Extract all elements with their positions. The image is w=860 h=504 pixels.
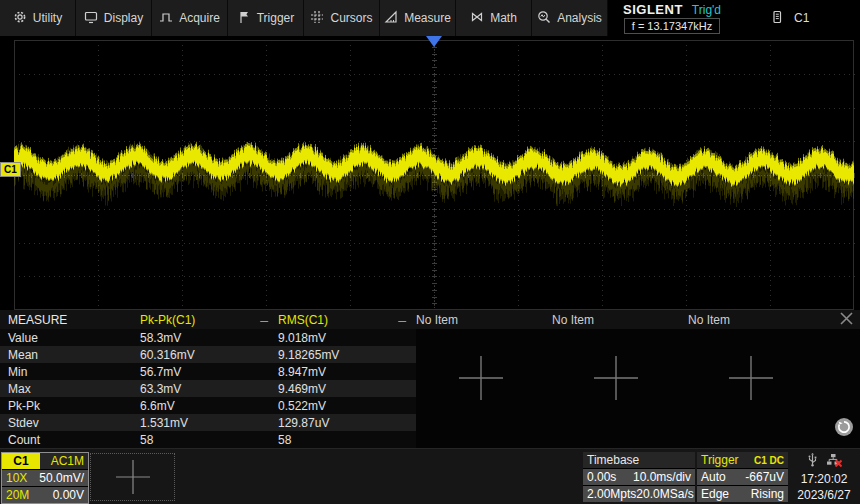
- sample-rate-value: 20.0MSa/s: [636, 487, 693, 501]
- add-channel-button[interactable]: [90, 453, 175, 501]
- menu-item-label: Measure: [404, 11, 451, 25]
- trigger-title: Trigger: [701, 453, 739, 467]
- menu-item-label: Trigger: [257, 11, 295, 25]
- timebase-descriptor-box[interactable]: Timebase 0.00s 10.0ms/div 2.00Mpts 20.0M…: [583, 452, 695, 502]
- measure-icon: [384, 10, 398, 27]
- stat-value: 60.316mV: [140, 348, 278, 362]
- trigger-descriptor-box[interactable]: Trigger C1 DC Auto -667uV Edge Rising: [697, 452, 788, 502]
- active-channel-label: C1: [794, 11, 809, 25]
- menu-item-utility[interactable]: Utility: [0, 0, 76, 36]
- channel1-descriptor-box[interactable]: C1 AC1M 10X 50.0mV/ 20M 0.00V: [1, 452, 89, 504]
- menu-item-label: Analysis: [557, 11, 602, 25]
- bandwidth-limit-value: 20M: [6, 488, 29, 502]
- top-menu-bar: Utility Display Acquire Trigger Cursors …: [0, 0, 860, 36]
- table-row: Value58.3mV9.018mV: [0, 329, 860, 346]
- close-icon: [839, 311, 854, 329]
- measure-header-row: MEASURE Pk-Pk(C1) – RMS(C1) – No Item No…: [0, 310, 860, 329]
- stat-value: 58.3mV: [140, 331, 278, 345]
- table-row: Stdev1.531mV129.87uV: [0, 414, 860, 431]
- siglent-logo: SIGLENT: [623, 2, 683, 17]
- lan-disconnected-icon[interactable]: [826, 453, 842, 470]
- acquire-icon: [159, 10, 173, 27]
- clock-time: 17:20:02: [801, 472, 848, 486]
- close-measure-panel-button[interactable]: [832, 311, 860, 329]
- measure-column-pkpk: Pk-Pk(C1) –: [140, 313, 278, 327]
- add-measure-button[interactable]: [726, 353, 776, 407]
- stat-value: 9.18265mV: [278, 348, 416, 362]
- plus-icon: [726, 353, 776, 403]
- trigger-frequency-readout: f = 13.17347kHz: [624, 18, 720, 34]
- plus-icon: [591, 353, 641, 403]
- bottom-status-bar: C1 AC1M 10X 50.0mV/ 20M 0.00V Timebase 0…: [0, 448, 860, 504]
- brand-block: SIGLENT Trig'd f = 13.17347kHz: [608, 0, 736, 36]
- refresh-icon: [834, 417, 854, 437]
- clock-date: 2023/6/27: [797, 488, 850, 502]
- timebase-title: Timebase: [587, 453, 639, 467]
- menu-item-label: Utility: [33, 11, 62, 25]
- stat-label: Max: [0, 382, 140, 396]
- measure-empty-slot-label[interactable]: No Item: [688, 313, 824, 327]
- stat-value: 58: [140, 433, 278, 447]
- trigger-mode-value: Auto: [701, 470, 726, 484]
- stat-label: Stdev: [0, 416, 140, 430]
- menu-item-acquire[interactable]: Acquire: [152, 0, 228, 36]
- menu-item-label: Math: [490, 11, 517, 25]
- measure-column-rms: RMS(C1) –: [278, 313, 416, 327]
- trigger-slope-value: Rising: [751, 487, 784, 501]
- active-channel-indicator[interactable]: C1: [770, 0, 809, 36]
- timebase-delay-value: 0.00s: [587, 470, 616, 484]
- menu-item-math[interactable]: Math: [456, 0, 532, 36]
- plus-icon: [456, 353, 506, 403]
- menu-item-label: Acquire: [179, 11, 220, 25]
- cursors-icon: [310, 10, 324, 27]
- table-row: Count5858: [0, 431, 860, 448]
- channel-coupling-value: AC1M: [40, 453, 88, 469]
- measure-column-label: Pk-Pk(C1): [140, 313, 195, 327]
- memory-depth-value: 2.00Mpts: [587, 487, 636, 501]
- system-status-area: 17:20:02 2023/6/27: [790, 452, 858, 502]
- channel-trace-marker[interactable]: C1: [0, 162, 21, 177]
- trigger-status-badge: Trig'd: [692, 3, 721, 17]
- stat-value: 56.7mV: [140, 365, 278, 379]
- add-measure-button[interactable]: [456, 353, 506, 407]
- stat-value: 63.3mV: [140, 382, 278, 396]
- stat-label: Pk-Pk: [0, 399, 140, 413]
- stat-value: 129.87uV: [278, 416, 416, 430]
- measure-empty-slot-label[interactable]: No Item: [416, 313, 552, 327]
- timebase-scale-value: 10.0ms/div: [633, 470, 691, 484]
- trigger-flag-icon: [237, 10, 251, 27]
- trigger-type-value: Edge: [701, 487, 729, 501]
- math-icon: [470, 10, 484, 27]
- gear-icon: [13, 10, 27, 27]
- measure-empty-slot-label[interactable]: No Item: [552, 313, 688, 327]
- menu-item-measure[interactable]: Measure: [380, 0, 456, 36]
- waveform-display[interactable]: C1: [0, 36, 860, 310]
- measure-panel: MEASURE Pk-Pk(C1) – RMS(C1) – No Item No…: [0, 310, 860, 448]
- plus-icon: [113, 457, 153, 497]
- usb-icon[interactable]: [806, 453, 819, 470]
- stat-label: Value: [0, 331, 140, 345]
- remove-measure-icon[interactable]: –: [260, 315, 268, 325]
- analysis-icon: [537, 10, 551, 27]
- stat-value: 9.469mV: [278, 382, 416, 396]
- trigger-position-marker[interactable]: [426, 36, 442, 47]
- trigger-level-value: -667uV: [745, 470, 784, 484]
- menu-item-display[interactable]: Display: [76, 0, 152, 36]
- menu-item-trigger[interactable]: Trigger: [228, 0, 304, 36]
- waveform-canvas: [0, 36, 860, 310]
- menu-item-cursors[interactable]: Cursors: [304, 0, 380, 36]
- stat-value: 6.6mV: [140, 399, 278, 413]
- probe-attenuation-value: 10X: [6, 471, 27, 485]
- stat-value: 8.947mV: [278, 365, 416, 379]
- stat-value: 1.531mV: [140, 416, 278, 430]
- reset-statistics-button[interactable]: [834, 417, 854, 441]
- stat-label: Mean: [0, 348, 140, 362]
- add-measure-button[interactable]: [591, 353, 641, 407]
- remove-measure-icon[interactable]: –: [398, 315, 406, 325]
- main-menu: Utility Display Acquire Trigger Cursors …: [0, 0, 608, 36]
- vertical-offset-value: 0.00V: [53, 488, 84, 502]
- channel-name-badge: C1: [2, 453, 40, 469]
- measure-title: MEASURE: [0, 313, 140, 327]
- menu-item-label: Display: [104, 11, 143, 25]
- menu-item-analysis[interactable]: Analysis: [532, 0, 608, 36]
